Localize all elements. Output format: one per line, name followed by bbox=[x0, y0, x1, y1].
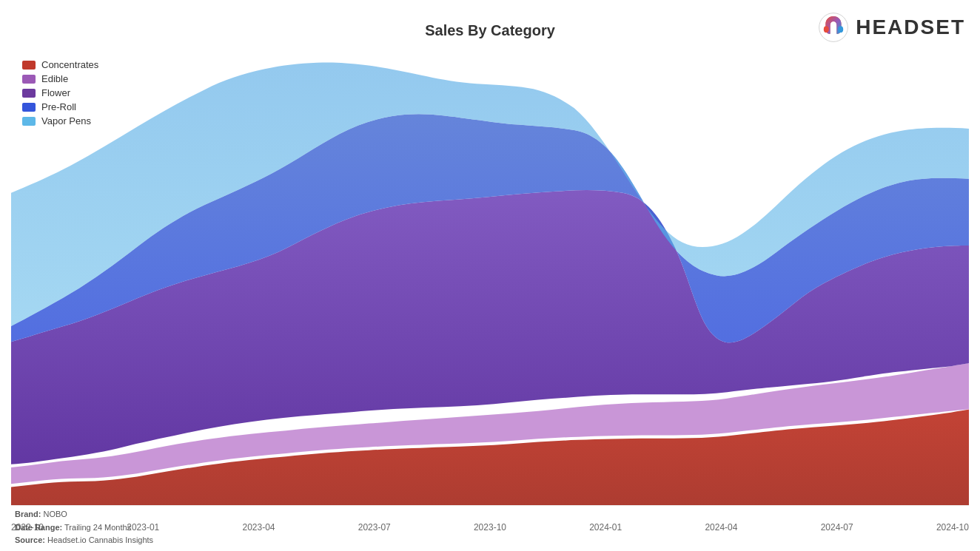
footer-info: Brand: NOBO Date Range: Trailing 24 Mont… bbox=[15, 508, 153, 547]
chart-container: Sales By Category HEADSET ConcentratesEd… bbox=[0, 0, 980, 551]
x-axis-label: 2023-07 bbox=[358, 522, 391, 533]
brand-label: Brand: bbox=[15, 510, 41, 518]
source-label: Source: bbox=[15, 535, 45, 544]
date-range-value: Trailing 24 Months bbox=[64, 523, 131, 532]
headset-logo-icon bbox=[817, 11, 850, 44]
svg-point-2 bbox=[838, 26, 843, 33]
date-range-label: Date Range: bbox=[15, 523, 62, 532]
svg-point-1 bbox=[824, 26, 829, 33]
x-axis-label: 2023-10 bbox=[474, 522, 506, 533]
x-axis-label: 2024-07 bbox=[821, 522, 853, 533]
x-axis-label: 2024-04 bbox=[705, 522, 737, 533]
area-chart-svg bbox=[11, 52, 969, 507]
x-axis-label: 2023-04 bbox=[242, 522, 275, 533]
logo-text: HEADSET bbox=[856, 16, 965, 39]
logo-area: HEADSET bbox=[817, 11, 965, 44]
chart-area bbox=[11, 52, 969, 507]
x-axis-label: 2024-10 bbox=[936, 522, 969, 533]
brand-value: NOBO bbox=[44, 510, 67, 518]
x-axis-labels: 2022-102023-012023-042023-072023-102024-… bbox=[11, 522, 969, 533]
x-axis-label: 2024-01 bbox=[589, 522, 622, 533]
source-value: Headset.io Cannabis Insights bbox=[47, 535, 153, 544]
